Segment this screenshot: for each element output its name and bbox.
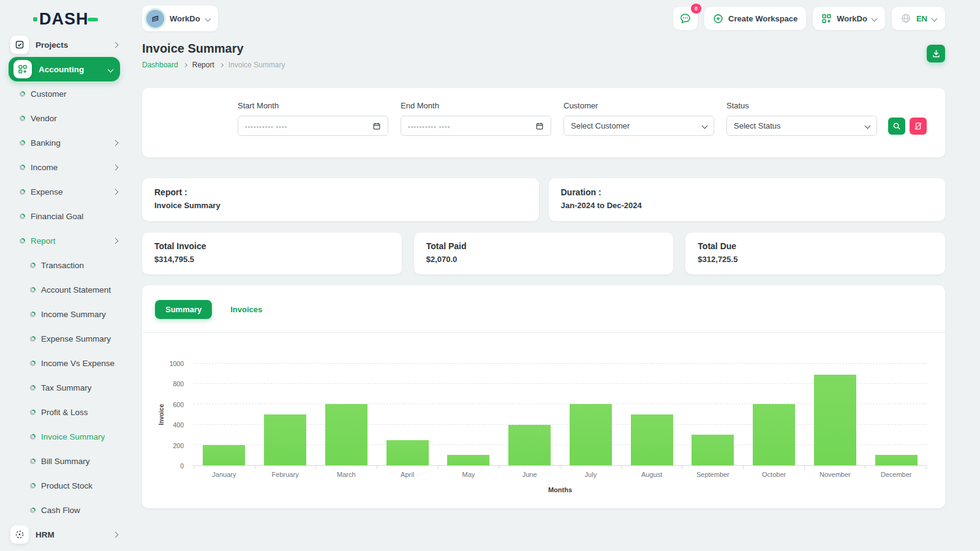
- workspace-switcher[interactable]: WorkDo: [142, 6, 218, 31]
- sidebar-item-label: Customer: [31, 89, 67, 99]
- workspace-avatar: [146, 10, 164, 28]
- sidebar-item-report[interactable]: Report: [0, 228, 129, 253]
- axis-tick: [499, 466, 499, 469]
- axis-tick: [560, 466, 560, 469]
- sidebar-item-cash-flow[interactable]: Cash Flow: [0, 498, 129, 522]
- breadcrumb-report[interactable]: Report: [192, 61, 214, 69]
- chevron-right-icon: [113, 42, 119, 48]
- bar-cell: [255, 364, 316, 465]
- filter-card: Start Month ---------- ---- End Month --…: [142, 88, 945, 157]
- end-month-field: End Month ---------- ----: [401, 101, 551, 136]
- bar-august[interactable]: [631, 414, 673, 465]
- bar-cell: [194, 364, 255, 465]
- sidebar-item-expense[interactable]: Expense: [0, 179, 129, 204]
- page-title: Invoice Summary: [142, 42, 285, 56]
- end-month-label: End Month: [401, 101, 551, 110]
- bar-february[interactable]: [264, 414, 306, 465]
- tab-summary[interactable]: Summary: [155, 300, 212, 319]
- sidebar-item-income-vs-expense[interactable]: Income Vs Expense: [0, 351, 129, 375]
- bar-december[interactable]: [875, 455, 918, 465]
- total-paid-value: $2,070.0: [426, 255, 662, 264]
- sidebar-item-account-statement[interactable]: Account Statement: [0, 277, 129, 302]
- bar-june[interactable]: [508, 425, 551, 465]
- sidebar-item-label: Projects: [36, 40, 68, 50]
- bullet-icon: [30, 385, 36, 391]
- bar-september[interactable]: [692, 435, 734, 465]
- sidebar-item-hrm[interactable]: HRM: [0, 522, 129, 547]
- total-paid-card: Total Paid $2,070.0: [414, 233, 674, 274]
- download-button[interactable]: [927, 45, 945, 62]
- chart-x-ticks: [194, 466, 927, 469]
- sidebar-item-financial-goal[interactable]: Financial Goal: [0, 204, 129, 228]
- tabs: Summary Invoices: [142, 300, 945, 319]
- sidebar-item-expense-summary[interactable]: Expense Summary: [0, 326, 129, 351]
- x-tick-label: September: [682, 471, 744, 478]
- workdo-menu-button[interactable]: WorkDo: [813, 7, 885, 30]
- bar-cell: [316, 364, 377, 465]
- x-tick-label: August: [621, 471, 682, 478]
- sidebar-item-income[interactable]: Income: [0, 155, 129, 179]
- bullet-icon: [30, 459, 36, 464]
- bar-october[interactable]: [753, 404, 795, 465]
- sidebar-item-customer[interactable]: Customer: [0, 81, 129, 106]
- sidebar-item-label: Income: [31, 163, 58, 172]
- total-invoice-label: Total Invoice: [154, 241, 390, 251]
- bullet-icon: [20, 165, 25, 170]
- checkbox-icon: [10, 36, 29, 54]
- language-selector[interactable]: EN: [892, 7, 945, 30]
- x-tick-label: November: [805, 471, 866, 478]
- x-tick-label: July: [560, 471, 622, 478]
- sidebar-item-invoice-summary[interactable]: Invoice Summary: [0, 424, 129, 449]
- bullet-icon: [30, 410, 36, 415]
- customer-field: Customer Select Customer: [564, 101, 714, 136]
- sidebar-item-label: Report: [31, 236, 56, 246]
- sidebar-item-accounting[interactable]: Accounting: [9, 57, 120, 81]
- tab-invoices[interactable]: Invoices: [220, 300, 273, 319]
- breadcrumb-dashboard[interactable]: Dashboard: [142, 61, 178, 69]
- clear-filter-button[interactable]: [910, 118, 927, 135]
- bar-april[interactable]: [386, 440, 429, 466]
- app-logo[interactable]: DASH: [33, 10, 129, 29]
- chart-plot: [194, 364, 927, 466]
- create-workspace-label: Create Workspace: [728, 14, 797, 23]
- sidebar-item-profit-loss[interactable]: Profit & Loss: [0, 400, 129, 424]
- messages-button[interactable]: 0: [673, 7, 698, 30]
- apply-filter-button[interactable]: [888, 118, 905, 135]
- tab-divider: [142, 332, 945, 333]
- sidebar-item-bill-summary[interactable]: Bill Summary: [0, 449, 129, 473]
- sidebar-item-transaction[interactable]: Transaction: [0, 253, 129, 277]
- sidebar-item-product-stock[interactable]: Product Stock: [0, 473, 129, 498]
- report-card: Report : Invoice Summary: [142, 178, 539, 221]
- bar-november[interactable]: [814, 375, 856, 465]
- start-month-input[interactable]: ---------- ----: [238, 116, 388, 136]
- bar-cell: [805, 364, 866, 465]
- y-tick-label: 400: [173, 421, 184, 429]
- status-field: Status Select Status: [726, 101, 877, 136]
- bullet-icon: [30, 508, 36, 513]
- bar-march[interactable]: [325, 404, 368, 465]
- end-month-placeholder: ---------- ----: [408, 122, 450, 130]
- end-month-input[interactable]: ---------- ----: [401, 116, 551, 136]
- sidebar-item-label: Expense Summary: [41, 334, 111, 343]
- y-tick-label: 0: [180, 462, 184, 470]
- sidebar-item-tax-summary[interactable]: Tax Summary: [0, 375, 129, 400]
- status-select[interactable]: Select Status: [726, 116, 877, 136]
- filter-actions: [888, 118, 927, 135]
- customer-select[interactable]: Select Customer: [564, 116, 714, 136]
- sidebar-item-label: Invoice Summary: [41, 432, 105, 441]
- bar-cell: [499, 364, 560, 465]
- sidebar-item-banking[interactable]: Banking: [0, 130, 129, 155]
- bar-july[interactable]: [570, 404, 612, 465]
- x-axis-title: Months: [194, 486, 927, 493]
- chevron-right-icon: [219, 62, 224, 67]
- create-workspace-button[interactable]: Create Workspace: [704, 7, 806, 30]
- bar-may[interactable]: [447, 455, 489, 465]
- bar-cell: [865, 364, 927, 465]
- sidebar-item-projects[interactable]: Projects: [0, 32, 129, 57]
- sidebar-item-income-summary[interactable]: Income Summary: [0, 302, 129, 326]
- bar-january[interactable]: [203, 445, 245, 465]
- bullet-icon: [20, 214, 25, 219]
- sidebar-item-vendor[interactable]: Vendor: [0, 106, 129, 130]
- total-due-value: $312,725.5: [698, 255, 933, 264]
- workspace-name: WorkDo: [170, 14, 200, 23]
